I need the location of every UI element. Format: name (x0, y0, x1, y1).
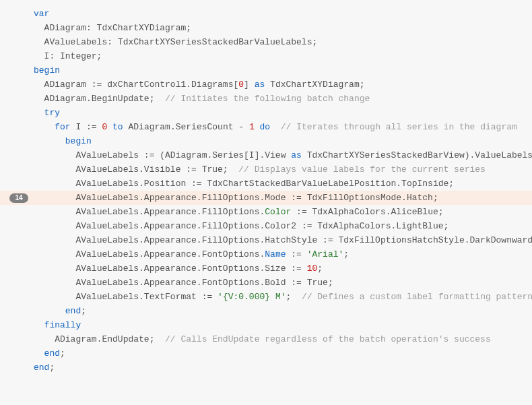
code-line: ADiagram.BeginUpdate; // Initiates the f… (0, 92, 532, 106)
code-block: var ADiagram: TdxChartXYDiagram; AValueL… (0, 0, 532, 381)
token-id: TdxChartXYSeriesStackedBarView).ValueLab… (302, 150, 532, 160)
token-id: ; (81, 306, 86, 316)
token-id: ; (286, 292, 301, 302)
token-id: AValueLabels.Position := TdxChartStacked… (75, 179, 454, 189)
token-kw: begin (65, 136, 92, 146)
token-cmt: // Iterates through all series in the di… (281, 122, 517, 132)
token-id: ; (60, 348, 65, 359)
code-line: finally (0, 318, 532, 332)
code-line: AValueLabels.Appearance.FontOptions.Name… (0, 247, 532, 261)
code-line: end; (0, 304, 532, 318)
token-kw: begin (34, 65, 60, 75)
code-line: AValueLabels: TdxChartXYSeriesStackedBar… (0, 35, 532, 49)
token-id: ; (343, 249, 349, 259)
code-line: AValueLabels.Appearance.FillOptions.Colo… (0, 205, 532, 219)
token-id: := TdxAlphaColors.AliceBlue; (291, 207, 443, 217)
token-cmt: // Initiates the following batch change (165, 94, 370, 104)
code-line: try (0, 106, 532, 120)
token-kw: as (255, 80, 265, 90)
code-line: AValueLabels.Visible := True; // Display… (0, 162, 532, 177)
token-id (107, 122, 112, 132)
token-num: 10 (307, 263, 318, 274)
token-id: ADiagram := dxChartControl1.Diagrams[ (44, 80, 239, 90)
token-num: 0 (238, 80, 244, 90)
code-line: begin (0, 134, 532, 148)
token-id: AValueLabels.Appearance.FillOptions.Mode… (75, 193, 438, 203)
token-id: I: Integer; (44, 51, 102, 61)
code-viewport[interactable]: var ADiagram: TdxChartXYDiagram; AValueL… (0, 0, 532, 405)
code-line: begin (0, 63, 532, 77)
token-id: := (286, 249, 307, 259)
token-id: ADiagram: TdxChartXYDiagram; (44, 23, 191, 33)
token-id: AValueLabels.Appearance.FontOptions.Bold… (75, 278, 333, 288)
token-id: ] (244, 80, 255, 90)
token-kw: end (65, 306, 81, 316)
token-id: AValueLabels.Appearance.FillOptions. (75, 207, 265, 217)
code-line: ADiagram := dxChartControl1.Diagrams[0] … (0, 77, 532, 92)
token-kw: do (260, 122, 271, 132)
token-cmt: // Calls EndUpdate regardless of the bat… (165, 334, 491, 344)
token-id: AValueLabels.Appearance.FillOptions.Hatc… (75, 235, 532, 245)
token-cmt: // Defines a custom label formatting pat… (302, 292, 532, 302)
token-id: AValueLabels.Visible := True; (75, 164, 238, 175)
code-line: AValueLabels.Appearance.FillOptions.Hatc… (0, 233, 532, 247)
token-kw: try (44, 108, 60, 118)
code-line: AValueLabels.Appearance.FontOptions.Bold… (0, 276, 532, 290)
token-kw: end (34, 363, 49, 373)
token-id: AValueLabels.TextFormat := (75, 292, 218, 302)
token-str: '{V:0.000} M' (218, 292, 286, 302)
token-cmt: // Displays value labels for the current… (238, 164, 486, 175)
token-id: TdxChartXYDiagram; (265, 80, 364, 90)
code-line: AValueLabels.TextFormat := '{V:0.000} M'… (0, 290, 532, 304)
token-kw: as (291, 150, 302, 160)
token-kw: var (34, 9, 49, 19)
code-line: I: Integer; (0, 49, 532, 63)
code-line: ADiagram.EndUpdate; // Calls EndUpdate r… (0, 332, 532, 346)
token-id: ; (49, 363, 55, 373)
token-num: 1 (249, 122, 255, 132)
code-line: AValueLabels := (ADiagram.Series[I].View… (0, 148, 532, 162)
code-line: end; (0, 361, 532, 375)
token-id: I := (71, 122, 102, 132)
token-id: AValueLabels.Appearance.FillOptions.Colo… (75, 221, 448, 231)
token-id: AValueLabels := (ADiagram.Series[I].View (75, 150, 291, 160)
token-prop: Name (265, 249, 286, 259)
token-kw: finally (44, 320, 81, 330)
code-line: AValueLabels.Appearance.FontOptions.Size… (0, 261, 532, 276)
token-id: AValueLabels.Appearance.FontOptions.Size… (75, 263, 306, 274)
reference-count-badge[interactable]: 14 (9, 193, 28, 203)
token-id: ADiagram.BeginUpdate; (44, 94, 165, 104)
code-line: ADiagram: TdxChartXYDiagram; (0, 21, 532, 35)
token-kw: to (112, 122, 123, 132)
token-greenprop: Color (265, 207, 291, 217)
token-id: AValueLabels: TdxChartXYSeriesStackedBar… (44, 37, 318, 47)
code-line: for I := 0 to ADiagram.SeriesCount - 1 d… (0, 120, 532, 134)
token-kw: for (55, 122, 70, 132)
token-id: ; (317, 263, 323, 274)
token-id: AValueLabels.Appearance.FontOptions. (75, 249, 265, 259)
code-line: var (0, 7, 532, 21)
code-line: AValueLabels.Position := TdxChartStacked… (0, 177, 532, 191)
token-id: ADiagram.SeriesCount - (123, 122, 249, 132)
token-id: ADiagram.EndUpdate; (55, 334, 165, 344)
code-line: 14 AValueLabels.Appearance.FillOptions.M… (0, 191, 532, 205)
token-id (270, 122, 281, 132)
token-id (255, 122, 260, 132)
code-line: AValueLabels.Appearance.FillOptions.Colo… (0, 219, 532, 233)
token-kw: end (44, 348, 60, 359)
token-str: 'Arial' (307, 249, 344, 259)
code-line: end; (0, 346, 532, 361)
